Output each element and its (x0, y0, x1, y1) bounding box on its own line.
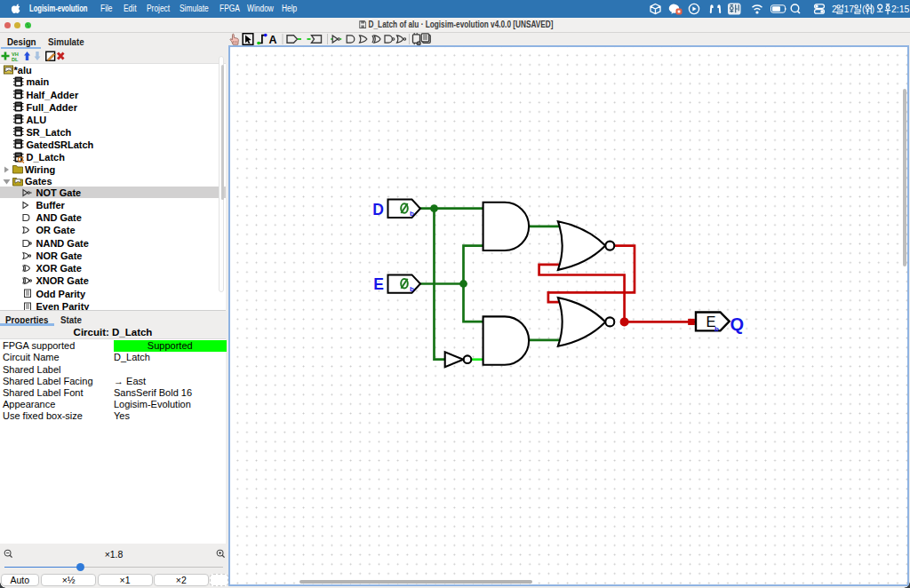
svg-text:(: ( (862, 4, 866, 14)
svg-text:Q: Q (730, 314, 745, 334)
svg-text:2: 2 (832, 4, 837, 14)
svg-text:): ) (872, 4, 875, 14)
svg-text:D: D (372, 201, 384, 219)
svg-text:A: A (268, 34, 276, 46)
svg-text:DL: DL (12, 57, 19, 62)
svg-text:17: 17 (844, 4, 855, 14)
svg-text:2:15: 2:15 (891, 4, 910, 14)
svg-text:b: b (410, 210, 414, 218)
svg-text:E: E (373, 275, 384, 293)
svg-text:E: E (706, 314, 716, 330)
svg-text:b: b (410, 285, 414, 293)
